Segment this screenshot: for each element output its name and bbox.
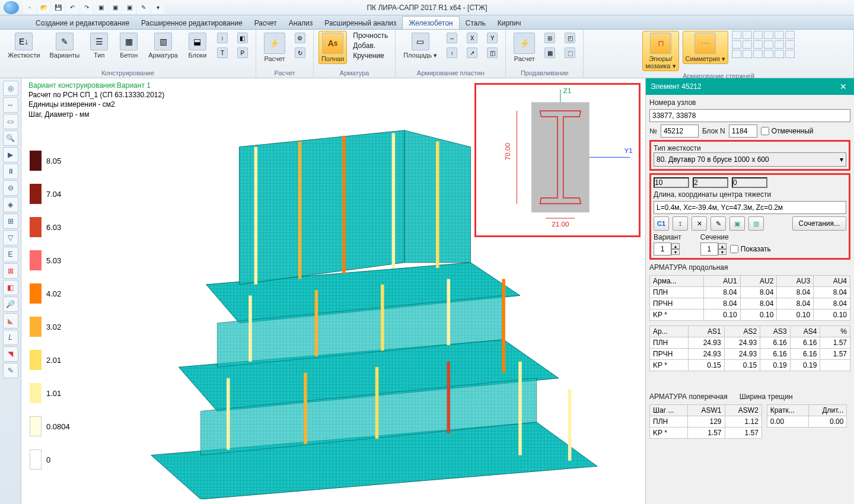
tab-analysis[interactable]: Анализ [283,17,319,29]
mg-icon[interactable] [775,31,784,39]
punch1[interactable]: ⊞ [541,31,558,45]
tool-a-icon[interactable]: ⟟ [673,216,688,231]
mg-icon[interactable] [785,40,795,49]
btn-full[interactable]: AsПолная [318,31,347,64]
tool-select-icon[interactable]: ▭ [3,114,18,129]
qat-redo-icon[interactable]: ↷ [80,2,93,14]
tool-red3-icon[interactable]: ◥ [3,346,18,362]
tool-find-icon[interactable]: 🔎 [3,296,18,312]
punch4[interactable]: ⬚ [562,46,578,60]
tab-steel[interactable]: Сталь [460,17,492,29]
tool-italic-icon[interactable]: L [3,330,18,345]
qat-tool-icon[interactable]: ✎ [137,2,150,14]
pbtn1[interactable]: ↔ [444,31,460,45]
qat-cube1-icon[interactable]: ▣ [94,2,107,14]
tool-c-icon[interactable]: ✎ [710,216,726,231]
btn-variants[interactable]: ✎Варианты [46,31,82,60]
mg-icon[interactable] [775,40,784,49]
qat-open-icon[interactable]: 📂 [37,2,50,14]
tool-pan-icon[interactable]: ↔ [3,97,18,113]
close-icon[interactable]: ✕ [837,81,849,92]
qat-cube3-icon[interactable]: ▣ [123,2,136,14]
tool-c1-icon[interactable]: C1 [654,216,669,231]
btn-calc-opt1[interactable]: ⚙ [292,31,308,45]
tool-b-icon[interactable]: ✕ [692,216,707,231]
punch2[interactable]: ▦ [541,46,558,60]
section-spinner[interactable]: ▲▼ [700,243,726,256]
num-input[interactable] [661,125,699,138]
tool-pause-icon[interactable]: ⏸ [3,164,18,179]
mg-icon[interactable] [775,50,784,58]
mg-icon[interactable] [764,31,773,39]
mg-icon[interactable] [743,50,752,58]
mg-icon[interactable] [732,40,741,49]
qat-expand-icon[interactable]: ▾ [151,2,164,14]
btn-rebar[interactable]: ▥Арматура [145,31,181,60]
variant-spinner[interactable]: ▲▼ [654,243,681,256]
tool-red1-icon[interactable]: ⊠ [3,263,18,279]
pbtn-y[interactable]: Y [484,31,501,45]
tool-flag-icon[interactable]: ◣ [3,313,18,328]
mg-icon[interactable] [753,40,763,49]
pbtn4[interactable]: ◫ [484,46,501,60]
pbtn2[interactable]: ↕ [444,46,460,60]
btn-calc-opt2[interactable]: ↻ [292,46,308,60]
stiffness-select[interactable]: 80. Двутавр 70 в брусе 1000 х 600▾ [654,152,846,167]
pbtn3[interactable]: ↗ [464,46,480,60]
qat-cube2-icon[interactable]: ▣ [109,2,122,14]
btn-punch-calc[interactable]: ⚡Расчет [511,31,538,64]
block-input[interactable] [729,125,757,138]
mg-icon[interactable] [753,31,763,39]
tool-orbit-icon[interactable]: ◎ [3,81,18,96]
tab-adv-analysis[interactable]: Расширенный анализ [318,17,402,29]
btn-diagrams[interactable]: ⊓Эпюры/ мозаика ▾ [642,31,678,71]
marked-checkbox[interactable]: Отмеченный [761,127,814,135]
mg-icon[interactable] [743,40,752,49]
btn-calc[interactable]: ⚡Расчет [261,31,288,64]
qat-undo-icon[interactable]: ↶ [66,2,79,14]
btn-extra-t[interactable]: T [214,46,231,60]
mg-icon[interactable] [764,50,773,58]
mg-icon[interactable] [732,50,741,58]
btn-extra-1[interactable]: ↕ [214,31,231,45]
btn-symmetry[interactable]: ⋯Симметрия ▾ [683,31,728,64]
qat-new-icon[interactable]: ▫ [23,2,36,14]
tool-filter-icon[interactable]: ▽ [3,230,18,245]
mg-icon[interactable] [753,50,763,58]
btn-stiffness[interactable]: E↓Жесткости [5,31,43,60]
rebar-strength[interactable]: Прочность [350,31,390,40]
tool-red2-icon[interactable]: ◧ [3,280,18,295]
btn-concrete[interactable]: ▦Бетон [116,31,142,60]
nodes-value[interactable] [649,109,850,122]
tool-grid-icon[interactable]: ⊞ [3,213,18,229]
rebar-add[interactable]: Добав. [350,41,378,50]
mg-icon[interactable] [764,40,773,49]
mg-icon[interactable] [785,50,795,58]
punch3[interactable]: ◰ [562,31,578,45]
tool-pencil-icon[interactable]: ✎ [3,363,18,378]
tool-play-icon[interactable]: ▶ [3,147,18,162]
tab-calc[interactable]: Расчет [248,17,283,29]
btn-extra-3[interactable]: ◧ [234,31,251,45]
tab-adv-edit[interactable]: Расширенное редактирование [135,17,248,29]
tool-iso-icon[interactable]: ◈ [3,197,18,212]
tool-d-icon[interactable]: ▣ [729,216,745,231]
mg-icon[interactable] [743,31,752,39]
tool-zoom-icon[interactable]: 🔍 [3,130,18,146]
model-viewport[interactable]: Вариант конструирования:Вариант 1 Расчет… [21,78,645,504]
btn-type[interactable]: ☰Тип [86,31,112,60]
btn-area[interactable]: ▭Площадь ▾ [400,31,440,60]
rebar-torsion[interactable]: Кручение [350,51,386,60]
tool-e-icon[interactable]: ▥ [748,216,764,231]
qat-save-icon[interactable]: 💾 [52,2,65,14]
tab-create-edit[interactable]: Создание и редактирование [30,17,135,29]
tool-fit-icon[interactable]: ⊖ [3,180,18,196]
pbtn-x[interactable]: X [464,31,480,45]
btn-blocks[interactable]: ⬓Блоки [184,31,211,60]
mg-icon[interactable] [732,31,741,39]
btn-extra-p[interactable]: P [234,46,251,60]
tab-brick[interactable]: Кирпич [492,17,527,29]
mg-icon[interactable] [785,31,795,39]
combinations-button[interactable]: Сочетания... [792,216,846,231]
tab-reinforced-concrete[interactable]: Железобетон [402,16,459,29]
